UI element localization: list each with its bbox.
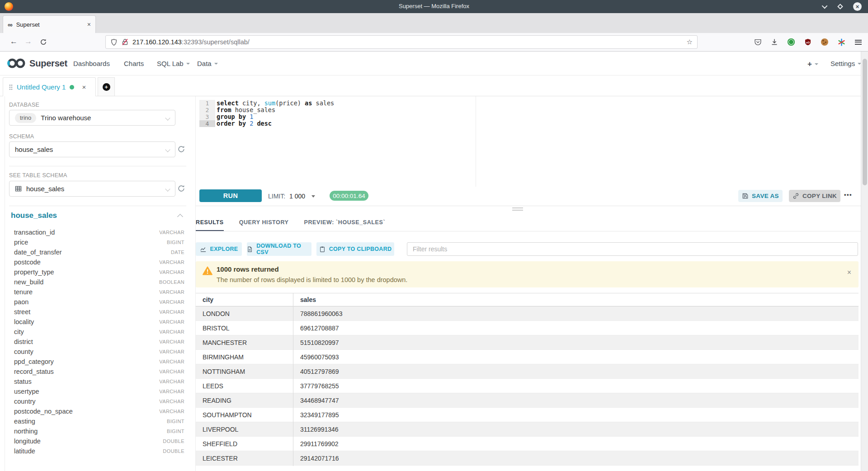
insecure-lock-icon[interactable] bbox=[122, 38, 128, 46]
column-row[interactable]: longitude DOUBLE bbox=[9, 436, 184, 446]
pocket-icon[interactable] bbox=[752, 36, 763, 48]
header-sales[interactable]: sales bbox=[293, 296, 316, 303]
column-row[interactable]: latitude DOUBLE bbox=[9, 446, 184, 456]
column-row[interactable]: street VARCHAR bbox=[9, 307, 184, 317]
bookmark-star-icon[interactable]: ☆ bbox=[687, 38, 693, 46]
window-maximize-icon[interactable] bbox=[837, 4, 843, 9]
cell-city: BRISTOL bbox=[196, 325, 293, 332]
tab-preview[interactable]: PREVIEW: `HOUSE_SALES` bbox=[304, 219, 386, 231]
nav-add-button[interactable]: + bbox=[807, 60, 818, 69]
scrollbar-thumb[interactable] bbox=[863, 59, 867, 185]
column-row[interactable]: easting BIGINT bbox=[9, 416, 184, 426]
url-bar[interactable]: 217.160.120.143:32393/superset/sqllab/ ☆ bbox=[105, 35, 698, 49]
editor-code[interactable]: select city, sum(price) as sales from ho… bbox=[215, 100, 334, 127]
warning-close-icon[interactable]: × bbox=[847, 268, 851, 277]
file-icon bbox=[247, 246, 253, 253]
column-row[interactable]: price BIGINT bbox=[9, 237, 184, 247]
column-row[interactable]: postcode VARCHAR bbox=[9, 257, 184, 267]
column-row[interactable]: new_build BOOLEAN bbox=[9, 277, 184, 287]
refresh-schema-icon[interactable] bbox=[177, 145, 185, 153]
forward-button[interactable]: → bbox=[24, 37, 32, 46]
shield-icon[interactable] bbox=[110, 38, 118, 46]
page-scrollbar[interactable] bbox=[861, 52, 868, 471]
results-table-header[interactable]: city sales bbox=[196, 293, 859, 306]
tab-results[interactable]: RESULTS bbox=[196, 219, 224, 231]
table-row[interactable]: NOTTINGHAM 40512797869 bbox=[196, 364, 859, 379]
nav-dashboards[interactable]: Dashboards bbox=[73, 60, 110, 67]
column-row[interactable]: transaction_id VARCHAR bbox=[9, 227, 184, 237]
column-row[interactable]: postcode_no_space VARCHAR bbox=[9, 406, 184, 416]
table-row[interactable]: LEEDS 37779768255 bbox=[196, 379, 859, 393]
table-row[interactable]: LEICESTER 29142071716 bbox=[196, 451, 859, 466]
tab-query-history[interactable]: QUERY HISTORY bbox=[239, 219, 289, 231]
nav-settings[interactable]: Settings bbox=[830, 60, 861, 67]
query-tab-title: Untitled Query 1 bbox=[17, 83, 66, 91]
column-name: postcode_no_space bbox=[14, 408, 73, 415]
cookie-extension-icon[interactable] bbox=[819, 36, 830, 48]
results-table-body: LONDON 788861960063 BRISTOL 69612708887 … bbox=[196, 306, 859, 466]
limit-value[interactable]: 1 000 bbox=[289, 193, 305, 200]
editor-gutter: 1 2 3 4 bbox=[199, 100, 215, 127]
table-row[interactable]: LIVERPOOL 31126991346 bbox=[196, 422, 859, 437]
url-text[interactable]: 217.160.120.143:32393/superset/sqllab/ bbox=[132, 38, 250, 46]
column-row[interactable]: country VARCHAR bbox=[9, 396, 184, 406]
column-row[interactable]: city VARCHAR bbox=[9, 327, 184, 337]
column-row[interactable]: paon VARCHAR bbox=[9, 297, 184, 307]
filter-results-input[interactable] bbox=[407, 242, 858, 256]
column-name: property_type bbox=[14, 268, 54, 276]
collapse-chevron-icon[interactable] bbox=[177, 214, 183, 220]
drag-grip-icon[interactable] bbox=[9, 84, 13, 90]
save-as-button[interactable]: SAVE AS bbox=[738, 190, 783, 202]
query-tab-active[interactable]: Untitled Query 1 × bbox=[3, 77, 96, 96]
database-select[interactable]: trino Trino warehouse bbox=[9, 110, 175, 126]
column-row[interactable]: usertype VARCHAR bbox=[9, 386, 184, 396]
column-row[interactable]: record_status VARCHAR bbox=[9, 367, 184, 377]
password-extension-icon[interactable] bbox=[836, 36, 847, 48]
add-query-tab-button[interactable]: + bbox=[98, 77, 115, 96]
tab-close-icon[interactable]: × bbox=[87, 21, 91, 28]
window-close-button[interactable]: × bbox=[853, 2, 862, 11]
copy-link-button[interactable]: COPY LINK bbox=[789, 190, 840, 202]
ublock-icon[interactable]: uO bbox=[802, 36, 813, 48]
schema-select[interactable]: house_sales bbox=[9, 141, 175, 157]
pane-resize-grip[interactable] bbox=[512, 207, 523, 211]
column-row[interactable]: status VARCHAR bbox=[9, 377, 184, 386]
table-name-heading[interactable]: house_sales bbox=[11, 211, 57, 220]
run-button[interactable]: RUN bbox=[199, 189, 262, 202]
column-row[interactable]: date_of_transfer DATE bbox=[9, 247, 184, 257]
table-row[interactable]: BIRMINGHAM 45960075093 bbox=[196, 350, 859, 364]
more-options-button[interactable]: ••• bbox=[844, 191, 852, 198]
table-row[interactable]: READING 34468947747 bbox=[196, 393, 859, 408]
reload-button[interactable] bbox=[40, 38, 47, 46]
browser-tab[interactable]: ∞ Superset × bbox=[3, 15, 96, 33]
download-csv-button[interactable]: DOWNLOAD TO CSV bbox=[247, 242, 311, 256]
table-select[interactable]: house_sales bbox=[9, 181, 175, 197]
copy-clipboard-button[interactable]: COPY TO CLIPBOARD bbox=[316, 242, 394, 256]
limit-dropdown-caret-icon[interactable] bbox=[311, 195, 315, 198]
column-row[interactable]: district VARCHAR bbox=[9, 337, 184, 347]
sql-editor[interactable]: 1 2 3 4 select city, sum(price) as sales… bbox=[196, 96, 859, 187]
refresh-table-icon[interactable] bbox=[177, 184, 185, 193]
table-row[interactable]: LONDON 788861960063 bbox=[196, 306, 859, 321]
table-row[interactable]: MANCHESTER 51510820997 bbox=[196, 335, 859, 350]
menu-hamburger-icon[interactable] bbox=[853, 36, 863, 48]
table-row[interactable]: SOUTHAMPTON 32349177895 bbox=[196, 408, 859, 422]
query-tab-close-icon[interactable]: × bbox=[82, 83, 86, 91]
downloads-icon[interactable] bbox=[769, 36, 780, 48]
column-row[interactable]: tenure VARCHAR bbox=[9, 287, 184, 297]
column-row[interactable]: county VARCHAR bbox=[9, 347, 184, 357]
nav-data[interactable]: Data bbox=[197, 60, 218, 67]
column-row[interactable]: ppd_category VARCHAR bbox=[9, 357, 184, 367]
table-row[interactable]: BRISTOL 69612708887 bbox=[196, 321, 859, 335]
header-city[interactable]: city bbox=[196, 296, 293, 303]
column-row[interactable]: locality VARCHAR bbox=[9, 317, 184, 327]
back-button[interactable]: ← bbox=[10, 37, 18, 46]
column-row[interactable]: property_type VARCHAR bbox=[9, 267, 184, 277]
explore-button[interactable]: EXPLORE bbox=[196, 242, 242, 256]
superset-logo[interactable]: Superset bbox=[7, 57, 67, 69]
nav-sql-lab[interactable]: SQL Lab bbox=[157, 60, 190, 67]
nav-charts[interactable]: Charts bbox=[124, 60, 144, 67]
table-row[interactable]: SHEFFIELD 29911769902 bbox=[196, 437, 859, 451]
privacy-extension-icon[interactable] bbox=[786, 36, 797, 48]
column-row[interactable]: northing BIGINT bbox=[9, 426, 184, 436]
